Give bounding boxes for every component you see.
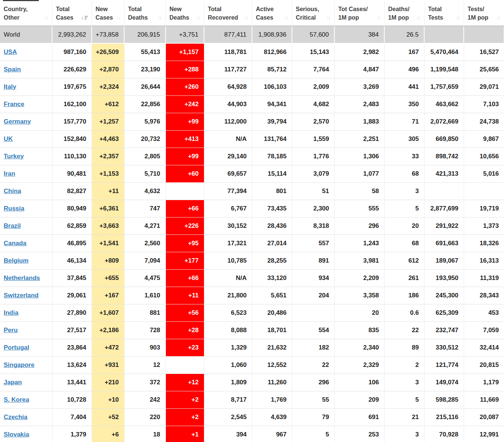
country-link[interactable]: USA xyxy=(4,48,17,55)
country-link[interactable]: Switzerland xyxy=(4,292,38,299)
country-link[interactable]: Iran xyxy=(4,170,15,177)
country-link[interactable]: Germany xyxy=(4,118,31,125)
tests_per_1m-cell: 10,656 xyxy=(464,148,504,165)
total_recovered-cell: 118,781 xyxy=(204,43,252,61)
total_recovered-cell: 394 xyxy=(204,426,252,442)
total_deaths-cell: 26,644 xyxy=(124,78,166,95)
column-label: 1M pop xyxy=(388,13,409,22)
header-row: Country,Other↑↓TotalCases↓NewCases↑↓Tota… xyxy=(0,1,504,26)
total_deaths-cell: 4,632 xyxy=(124,182,166,200)
table-row: France162,100+61222,856+24244,90394,3414… xyxy=(0,95,504,113)
total_deaths-cell: 2,560 xyxy=(124,235,166,252)
column-header-total_tests[interactable]: TotalTests↑↓ xyxy=(424,1,464,26)
column-header-cases_per_1m[interactable]: Tot Cases/1M pop↑↓ xyxy=(334,1,384,26)
country-link[interactable]: China xyxy=(4,188,21,195)
total_tests-cell xyxy=(424,26,464,43)
country-link[interactable]: Japan xyxy=(4,379,22,386)
country-link[interactable]: Belgium xyxy=(4,257,28,264)
country-link[interactable]: Slovakia xyxy=(4,431,29,438)
column-label: Cases xyxy=(96,13,113,22)
total_cases-cell: 152,840 xyxy=(52,130,92,148)
country-link[interactable]: Turkey xyxy=(4,153,24,160)
total_recovered-cell: 6,767 xyxy=(204,200,252,217)
new_cases-cell: +809 xyxy=(92,252,124,269)
deaths_per_1m-cell: 22 xyxy=(384,321,424,339)
new_cases-cell: +1,541 xyxy=(92,235,124,252)
total_tests-cell: 691,663 xyxy=(424,235,464,252)
new_deaths-cell: +288 xyxy=(166,61,204,78)
column-header-active_cases[interactable]: ActiveCases↑↓ xyxy=(252,1,292,26)
table-row: Peru27,517+2,186728+288,08818,7015548352… xyxy=(0,321,504,339)
column-header-new_deaths[interactable]: NewDeaths↑↓ xyxy=(166,1,204,26)
total_tests-cell: 330,512 xyxy=(424,339,464,356)
country-link[interactable]: Portugal xyxy=(4,344,29,351)
active_cases-cell: 28,436 xyxy=(252,217,292,235)
active_cases-cell: 12,552 xyxy=(252,356,292,374)
country-link[interactable]: S. Korea xyxy=(4,396,29,403)
total_tests-cell: 598,285 xyxy=(424,391,464,408)
column-label: Deaths/ xyxy=(388,5,421,13)
active_cases-cell: 131,764 xyxy=(252,130,292,148)
country-link[interactable]: Canada xyxy=(4,240,26,247)
column-label: Country, xyxy=(4,5,49,13)
cases_per_1m-cell: 1,243 xyxy=(334,235,384,252)
country-link[interactable]: UK xyxy=(4,135,13,142)
total_cases-cell: 29,061 xyxy=(52,287,92,304)
total_cases-cell: 90,481 xyxy=(52,165,92,182)
table-row: Canada46,895+1,5412,560+9517,32127,01455… xyxy=(0,235,504,252)
table-row: Netherlands37,845+6554,475+66N/A33,12093… xyxy=(0,269,504,287)
country-link[interactable]: Czechia xyxy=(4,414,27,421)
deaths_per_1m-cell: 68 xyxy=(384,235,424,252)
total_cases-cell: 987,160 xyxy=(52,43,92,61)
total_cases-cell: 13,624 xyxy=(52,356,92,374)
country-link[interactable]: Netherlands xyxy=(4,274,40,281)
total_deaths-cell: 18 xyxy=(124,426,166,442)
country-link[interactable]: Russia xyxy=(4,205,24,212)
sort-updown-icon: ↑↓ xyxy=(377,13,381,22)
country-cell: China xyxy=(0,182,52,200)
country-link[interactable]: Brazil xyxy=(4,222,21,229)
deaths_per_1m-cell: 2 xyxy=(384,356,424,374)
country-link[interactable]: Spain xyxy=(4,66,21,73)
total_deaths-cell: 12 xyxy=(124,356,166,374)
country-link[interactable]: Italy xyxy=(4,83,16,90)
country-link[interactable]: Singapore xyxy=(4,361,34,368)
total_tests-cell: 669,850 xyxy=(424,130,464,148)
column-label: Total xyxy=(128,5,163,13)
table-row: Japan13,441+210372+121,80911,26029610631… xyxy=(0,374,504,391)
column-header-total_deaths[interactable]: TotalDeaths↑↓ xyxy=(124,1,166,26)
column-header-country[interactable]: Country,Other↑↓ xyxy=(0,1,52,26)
total_tests-cell: 149,074 xyxy=(424,374,464,391)
country-cell: S. Korea xyxy=(0,391,52,408)
column-header-deaths_per_1m[interactable]: Deaths/1M pop↑↓ xyxy=(384,1,424,26)
table-row: S. Korea10,728+10242+28,7171,76955209559… xyxy=(0,391,504,408)
new_deaths-cell: +226 xyxy=(166,217,204,235)
new_cases-cell: +472 xyxy=(92,339,124,356)
column-label: Cases xyxy=(256,13,273,22)
serious_critical-cell: 2,300 xyxy=(292,200,334,217)
total_recovered-cell: 77,394 xyxy=(204,182,252,200)
serious_critical-cell xyxy=(292,304,334,321)
serious_critical-cell: 934 xyxy=(292,269,334,287)
deaths_per_1m-cell: 89 xyxy=(384,339,424,356)
country-cell: Canada xyxy=(0,235,52,252)
total_cases-cell: 23,864 xyxy=(52,339,92,356)
country-link[interactable]: France xyxy=(4,101,24,108)
country-link[interactable]: Peru xyxy=(4,327,18,334)
column-header-total_recovered[interactable]: TotalRecovered↑↓ xyxy=(204,1,252,26)
column-header-new_cases[interactable]: NewCases↑↓ xyxy=(92,1,124,26)
column-header-total_cases[interactable]: TotalCases↓ xyxy=(52,1,92,26)
total_deaths-cell: 242 xyxy=(124,391,166,408)
country-link[interactable]: India xyxy=(4,309,18,316)
country-cell: USA xyxy=(0,43,52,61)
table-header: Country,Other↑↓TotalCases↓NewCases↑↓Tota… xyxy=(0,1,504,26)
column-header-tests_per_1m[interactable]: Tests/1M pop↑↓ xyxy=(464,1,504,26)
deaths_per_1m-cell: 350 xyxy=(384,95,424,113)
total_recovered-cell: 10,785 xyxy=(204,252,252,269)
column-header-serious_critical[interactable]: Serious,Critical↑↓ xyxy=(292,1,334,26)
serious_critical-cell: 296 xyxy=(292,374,334,391)
cases_per_1m-cell: 58 xyxy=(334,182,384,200)
active_cases-cell: 27,014 xyxy=(252,235,292,252)
active_cases-cell: 94,341 xyxy=(252,95,292,113)
column-label: Active xyxy=(256,5,289,13)
